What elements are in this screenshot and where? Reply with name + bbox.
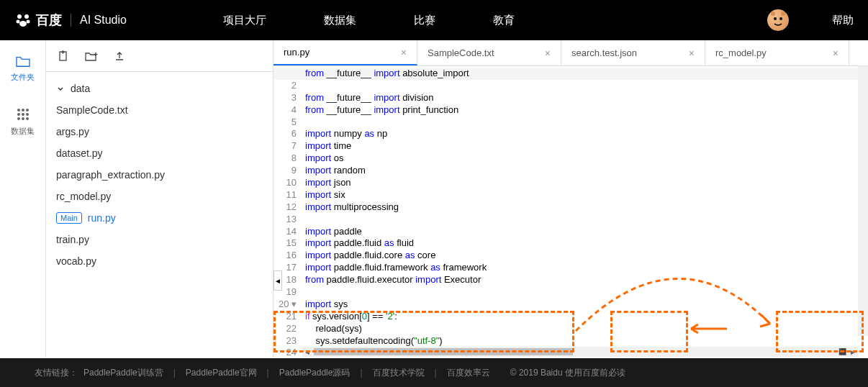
nav-datasets[interactable]: 数据集 xyxy=(324,14,356,27)
folder-label: data xyxy=(71,83,90,94)
close-icon[interactable]: × xyxy=(545,47,551,59)
footer-link[interactable]: PaddlePaddle源码 xyxy=(279,367,351,379)
code-content[interactable]: from __future__ import absolute_import f… xyxy=(302,66,868,357)
tab-search-json[interactable]: search.test.json× xyxy=(561,40,705,65)
line-gutter: 1234567891011121314151617181920 ▾2122232… xyxy=(273,66,302,357)
baidu-logo[interactable]: 百度 xyxy=(14,12,62,29)
svg-point-2 xyxy=(17,20,20,24)
brand-sub: AI Studio xyxy=(80,14,127,27)
main-badge: Main xyxy=(56,212,82,224)
new-file-icon[interactable] xyxy=(58,50,69,62)
horizontal-scrollbar[interactable]: ◄⬛► xyxy=(302,347,858,357)
tree-file[interactable]: SampleCode.txt xyxy=(53,99,266,121)
tree-file[interactable]: paragraph_extraction.py xyxy=(53,164,266,186)
sidebar-dataset[interactable]: 数据集 xyxy=(11,107,35,137)
logo-area: 百度 AI Studio xyxy=(14,12,202,29)
svg-point-5 xyxy=(774,17,777,20)
file-toolbar xyxy=(46,40,273,72)
file-tree: data SampleCode.txt args.py dataset.py p… xyxy=(46,72,273,278)
nav-competition[interactable]: 比赛 xyxy=(414,14,435,27)
main-nav: 项目大厅 数据集 比赛 教育 xyxy=(223,14,515,27)
svg-point-10 xyxy=(22,109,24,111)
nav-education[interactable]: 教育 xyxy=(493,14,515,27)
paw-icon xyxy=(14,12,32,29)
svg-point-7 xyxy=(771,12,775,16)
footer-link[interactable]: 百度技术学院 xyxy=(373,367,425,379)
svg-point-6 xyxy=(779,17,782,20)
grid-dots-icon xyxy=(16,107,30,122)
tab-run-py[interactable]: run.py× xyxy=(273,40,417,65)
footer: 友情链接： PaddlePaddle训练营| PaddlePaddle官网| P… xyxy=(0,358,868,387)
svg-point-17 xyxy=(26,117,29,120)
chevron-down-icon xyxy=(56,84,65,93)
footer-copyright: © 2019 Baidu 使用百度前必读 xyxy=(510,367,625,379)
new-folder-icon[interactable] xyxy=(85,51,98,61)
svg-point-15 xyxy=(17,117,20,120)
main-area: 文件夹 数据集 data SampleCode.txt args.py data… xyxy=(0,40,868,357)
svg-point-14 xyxy=(26,113,29,116)
svg-point-9 xyxy=(17,109,20,111)
close-icon[interactable]: × xyxy=(833,47,838,59)
tree-folder-data[interactable]: data xyxy=(53,78,266,99)
tree-file[interactable]: train.py xyxy=(53,229,266,250)
tree-file[interactable]: vocab.py xyxy=(53,250,266,272)
footer-link[interactable]: PaddlePaddle官网 xyxy=(186,367,257,379)
svg-point-4 xyxy=(19,21,27,27)
nav-projects[interactable]: 项目大厅 xyxy=(223,14,266,27)
tab-samplecode[interactable]: SampleCode.txt× xyxy=(417,40,561,65)
svg-point-11 xyxy=(26,109,29,111)
brand-divider xyxy=(71,14,71,27)
svg-point-16 xyxy=(22,117,24,120)
tab-rcmodel[interactable]: rc_model.py× xyxy=(705,40,849,65)
tree-file[interactable]: dataset.py xyxy=(53,142,266,164)
panel-collapse-handle[interactable]: ◄ xyxy=(273,270,282,291)
editor-tabs: run.py× SampleCode.txt× search.test.json… xyxy=(273,40,868,66)
close-icon[interactable]: × xyxy=(401,47,407,58)
sidebar-files-label: 文件夹 xyxy=(11,72,35,83)
svg-point-1 xyxy=(24,14,29,19)
svg-point-12 xyxy=(17,113,20,116)
tree-file[interactable]: rc_model.py xyxy=(53,186,266,207)
footer-link[interactable]: PaddlePaddle训练营 xyxy=(83,367,163,379)
vertical-scrollbar[interactable] xyxy=(858,66,868,336)
left-sidebar: 文件夹 数据集 xyxy=(0,40,46,357)
top-bar: 百度 AI Studio 项目大厅 数据集 比赛 教育 帮助 xyxy=(0,0,868,40)
svg-point-0 xyxy=(17,14,22,19)
footer-prefix: 友情链接： xyxy=(35,367,78,379)
footer-link[interactable]: 百度效率云 xyxy=(447,367,490,379)
sidebar-dataset-label: 数据集 xyxy=(11,126,35,137)
sidebar-files[interactable]: 文件夹 xyxy=(11,55,35,83)
svg-point-8 xyxy=(781,12,785,16)
code-editor[interactable]: 1234567891011121314151617181920 ▾2122232… xyxy=(273,66,868,357)
upload-icon[interactable] xyxy=(114,50,125,62)
tree-file-active[interactable]: Main run.py xyxy=(53,207,266,229)
help-link[interactable]: 帮助 xyxy=(832,14,854,27)
svg-point-13 xyxy=(22,113,24,116)
user-avatar[interactable] xyxy=(767,9,789,31)
close-icon[interactable]: × xyxy=(689,47,695,59)
tree-file[interactable]: args.py xyxy=(53,121,266,142)
folder-icon xyxy=(15,55,31,68)
editor-area: run.py× SampleCode.txt× search.test.json… xyxy=(273,40,868,357)
file-panel: data SampleCode.txt args.py dataset.py p… xyxy=(46,40,273,357)
svg-point-3 xyxy=(27,20,30,24)
brand-main: 百度 xyxy=(36,12,62,29)
